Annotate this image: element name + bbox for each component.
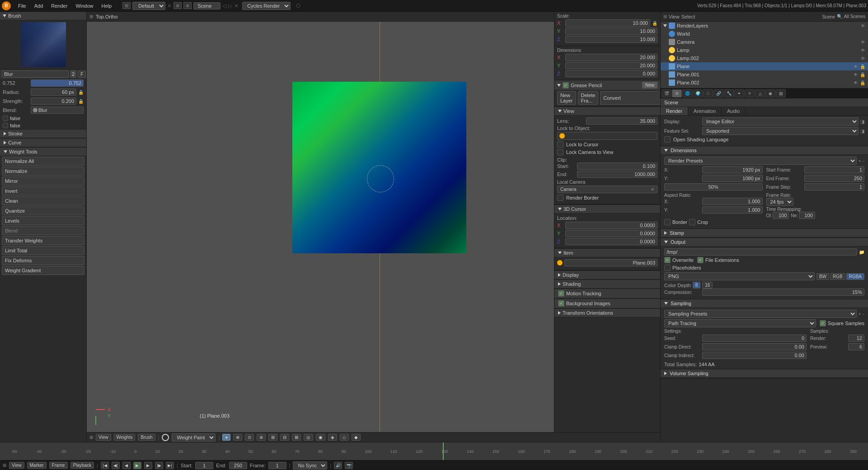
gp-new-btn[interactable]: New: [642, 82, 657, 88]
render-active-btn[interactable]: ⚙: [672, 89, 682, 98]
scene-props-btn[interactable]: 🌐: [682, 89, 692, 98]
paint-mode-select[interactable]: Weight Paint: [172, 433, 216, 442]
object-props-btn[interactable]: □: [703, 89, 713, 98]
file-ext-check[interactable]: ✓: [697, 257, 704, 263]
res-y-value[interactable]: 1080 px: [702, 175, 763, 182]
tool3-btn[interactable]: ⊛: [257, 434, 266, 441]
weights-btn[interactable]: Weights: [114, 434, 136, 441]
menu-file[interactable]: File: [14, 2, 30, 9]
dim-z-value[interactable]: 0.000: [565, 70, 657, 77]
shading-header[interactable]: Shading: [554, 279, 660, 289]
menu-help[interactable]: Help: [98, 2, 116, 9]
fix-deforms-btn[interactable]: Fix Deforms: [2, 256, 84, 265]
multi-paint-checkbox[interactable]: [3, 123, 8, 128]
depth-16-btn[interactable]: 16: [702, 282, 713, 289]
bottom-view-btn[interactable]: View: [9, 462, 24, 469]
end-frame-value[interactable]: 250: [804, 175, 865, 182]
ne-value[interactable]: 100: [799, 212, 815, 219]
render-subtab-audio[interactable]: Audio: [722, 107, 746, 115]
display-expand-icon[interactable]: ◨: [860, 119, 864, 124]
tool5-btn[interactable]: ⊟: [280, 434, 289, 441]
presets-del-icon[interactable]: -: [863, 158, 864, 163]
outliner-world[interactable]: World: [661, 30, 868, 38]
prev-keyframe-btn[interactable]: ◀|: [112, 462, 120, 469]
sync-select[interactable]: No Sync: [293, 461, 327, 470]
item-name-value[interactable]: Plane.003: [564, 259, 657, 266]
ol-value[interactable]: 100: [773, 212, 789, 219]
render-props-btn[interactable]: 🎬: [662, 89, 671, 98]
audio-btn[interactable]: 🔊: [334, 462, 342, 469]
sampling-presets-add[interactable]: +: [859, 312, 861, 316]
normalize-btn[interactable]: Normalize: [2, 167, 84, 176]
rgba-btn[interactable]: RGBA: [846, 273, 864, 280]
square-samples-check[interactable]: ✓: [820, 320, 826, 326]
tool9-btn[interactable]: ◈: [328, 434, 337, 441]
camera-field[interactable]: Camera ✕: [557, 186, 657, 193]
bottom-marker-btn[interactable]: Marker: [27, 462, 47, 469]
depth-8-btn[interactable]: 8: [693, 282, 701, 289]
border-check[interactable]: [664, 219, 671, 225]
limit-total-btn[interactable]: Limit Total: [2, 246, 84, 255]
crop-check[interactable]: [689, 219, 695, 225]
output-path-input[interactable]: [664, 248, 857, 256]
tool1-btn[interactable]: ⊕: [233, 434, 242, 441]
compression-value[interactable]: 15%: [702, 289, 864, 296]
presets-add-icon[interactable]: +: [859, 158, 861, 163]
outliner-camera[interactable]: Camera 👁: [661, 38, 868, 46]
motion-tracking-check[interactable]: ✓: [558, 290, 564, 297]
brush-section-header[interactable]: Brush: [0, 12, 86, 20]
format-select[interactable]: PNG: [664, 272, 815, 280]
physics-props-btn[interactable]: ⚛: [745, 89, 755, 98]
loc-z-value[interactable]: 0.0000: [565, 238, 657, 245]
timeline-ruler[interactable]: -50 -40 -30 -20 -10 0 10 20 30 40 50 60 …: [0, 442, 868, 460]
sampling-title[interactable]: Sampling: [661, 299, 868, 308]
strength-value[interactable]: 0.200: [31, 98, 76, 105]
screen-select[interactable]: Default: [132, 2, 165, 10]
res-pct-value[interactable]: 50%: [664, 183, 763, 191]
world-props-btn[interactable]: 🌍: [693, 89, 703, 98]
end-frame-input[interactable]: [229, 462, 247, 469]
render-presets-select[interactable]: Render Presets: [664, 157, 857, 165]
display-select[interactable]: Image Editor: [702, 117, 859, 126]
frame-step-value[interactable]: 1: [804, 183, 865, 191]
dimensions-title[interactable]: Dimensions: [661, 146, 868, 155]
output-path-browse-icon[interactable]: 📁: [859, 250, 864, 255]
invert-btn[interactable]: Invert: [2, 186, 84, 195]
overwrite-check[interactable]: ✓: [664, 257, 671, 263]
levels-btn[interactable]: Levels: [2, 216, 84, 225]
menu-window[interactable]: Window: [72, 2, 97, 9]
material-props-btn[interactable]: ◉: [765, 89, 775, 98]
clamp-direct-value[interactable]: 0.00: [702, 343, 807, 350]
motion-tracking-header[interactable]: ✓ Motion Tracking: [554, 289, 660, 298]
tool4-btn[interactable]: ⊞: [268, 434, 277, 441]
res-x-value[interactable]: 1920 px: [702, 166, 763, 173]
clean-btn[interactable]: Clean: [2, 196, 84, 205]
texture-props-btn[interactable]: ▨: [776, 89, 786, 98]
delete-fra-btn[interactable]: Delete Fra...: [578, 91, 599, 105]
tool8-btn[interactable]: ◉: [316, 434, 325, 441]
lock-camera-checkbox[interactable]: [557, 149, 563, 155]
aspect-x-value[interactable]: 1.000: [702, 198, 763, 205]
preview-value[interactable]: 6: [848, 343, 864, 350]
transfer-weights-btn[interactable]: Transfer Weights: [2, 236, 84, 245]
outliner-renderlayers[interactable]: RenderLayers 👁: [661, 22, 868, 30]
radius-value[interactable]: 60 px: [31, 88, 76, 96]
render-border-checkbox[interactable]: [557, 195, 563, 201]
data-props-btn[interactable]: △: [755, 89, 765, 98]
stroke-section-header[interactable]: Stroke: [0, 129, 86, 138]
menu-add[interactable]: Add: [31, 2, 47, 9]
volume-sampling-title[interactable]: Volume Sampling: [661, 369, 868, 378]
lock-cursor-checkbox[interactable]: [557, 141, 563, 148]
tool11-btn[interactable]: ◆: [352, 434, 361, 441]
radius-lock-icon[interactable]: 🔒: [78, 90, 84, 95]
bw-btn[interactable]: BW: [816, 273, 829, 280]
aspect-y-value[interactable]: 1.000: [702, 206, 763, 214]
brush-name-input[interactable]: [2, 70, 69, 78]
tool6-btn[interactable]: ⊠: [292, 434, 301, 441]
background-images-check[interactable]: ✓: [558, 300, 564, 307]
sampling-presets-select[interactable]: Sampling Presets: [664, 310, 857, 318]
render-samples-value[interactable]: 12: [848, 335, 864, 342]
open-shading-check[interactable]: [664, 136, 671, 143]
bottom-playback-btn[interactable]: Playback: [70, 462, 94, 469]
clip-start-value[interactable]: 0.100: [577, 163, 657, 170]
